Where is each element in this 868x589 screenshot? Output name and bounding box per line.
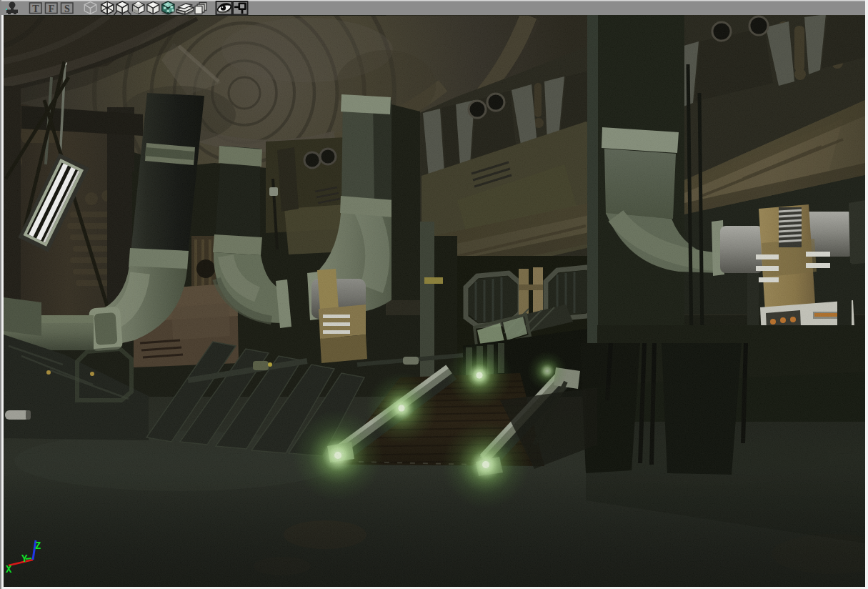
svg-text:Z: Z [35, 540, 41, 552]
svg-text:X: X [6, 564, 12, 575]
svg-text:F: F [49, 4, 55, 14]
svg-text:Y: Y [21, 553, 28, 565]
svg-text:T: T [32, 4, 39, 14]
svg-text:S: S [64, 4, 70, 14]
